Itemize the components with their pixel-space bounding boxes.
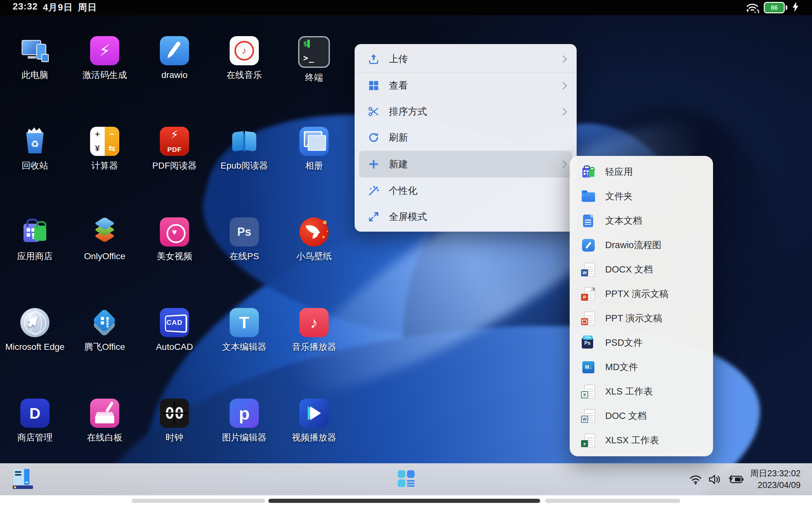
menu-item-label: 个性化 (389, 184, 417, 198)
online-ps-icon: Ps (230, 217, 259, 246)
whiteboard-icon (90, 399, 119, 428)
desktop-icon-label: 计算器 (91, 160, 118, 171)
status-time: 23:32 (13, 1, 38, 14)
desktop-icon-online-ps[interactable]: Ps在线PS (209, 210, 279, 301)
desktop-icon-edge[interactable]: Microsoft Edge (0, 301, 70, 392)
beauty-video-icon: ♥ (160, 217, 189, 246)
submenu-item-doc-file[interactable]: WDOC 文档 (570, 404, 713, 428)
page-indicator-segment-active[interactable] (268, 499, 540, 503)
submenu-item-xlsx-file[interactable]: xXLSX 工作表 (570, 428, 713, 452)
desktop-icon-photos[interactable]: 相册 (279, 120, 349, 210)
submenu-item-light-app[interactable]: 轻应用 (570, 160, 713, 184)
page-indicator-segment[interactable] (545, 499, 680, 503)
docx-file-icon: W (581, 262, 596, 277)
submenu-item-ppt-file[interactable]: PPT 演示文稿 (570, 306, 713, 331)
app-drawer-icon[interactable] (398, 470, 415, 488)
chevron-right-icon (559, 160, 567, 168)
clock-icon: 00 (160, 399, 189, 428)
submenu-item-label: 轻应用 (605, 166, 633, 178)
wifi-icon (745, 2, 759, 13)
folder-icon (581, 189, 596, 204)
text-doc-icon (581, 214, 596, 228)
recycle-bin-icon: ♻ (20, 127, 49, 156)
onlyoffice-icon (90, 217, 119, 246)
desktop-icon-text-editor[interactable]: T文本编辑器 (209, 301, 279, 392)
desktop-icon-label: 小鸟壁纸 (296, 250, 332, 262)
desktop-icon-beauty-video[interactable]: ♥美女视频 (140, 210, 209, 301)
pdf-reader-icon: ⚡PDF (160, 127, 189, 156)
submenu-item-label: DOC 文档 (605, 410, 647, 422)
desktop-icon-music-player[interactable]: ♪音乐播放器 (279, 301, 349, 392)
submenu-item-psd-file[interactable]: PSDPsPSD文件 (570, 331, 713, 355)
submenu-item-label: PPT 演示文稿 (605, 312, 662, 325)
sort-scissors-icon (367, 105, 380, 118)
bird-wallpaper-icon (299, 217, 328, 246)
page-indicator-segment[interactable] (132, 499, 265, 503)
calculator-icon: +−¥⇆ (90, 127, 119, 156)
desktop-icon-online-music[interactable]: ♪在线音乐 (209, 29, 279, 120)
desktop-icon-drawio[interactable]: drawio (140, 29, 209, 120)
desktop-icon-recycle-bin[interactable]: ♻回收站 (0, 120, 70, 210)
menu-item-sort-scissors[interactable]: 排序方式 (355, 99, 577, 124)
submenu-item-docx-file[interactable]: WDOCX 文档 (570, 257, 713, 282)
menu-item-upload[interactable]: 上传 (355, 46, 577, 72)
desktop-icon-onlyoffice[interactable]: OnlyOffice (70, 210, 140, 301)
volume-icon[interactable] (708, 474, 722, 485)
desktop-icon-this-pc[interactable]: 此电脑 (0, 29, 70, 120)
desktop-icon-tengfei-office[interactable]: 腾飞Office (70, 301, 140, 392)
refresh-icon (367, 131, 380, 144)
taskbar: 周日23:32:02 2023/04/09 (0, 463, 812, 495)
online-music-icon: ♪ (230, 36, 259, 65)
submenu-item-label: Drawio流程图 (605, 239, 661, 251)
photos-icon (299, 127, 328, 156)
desktop-icon-grid: 此电脑⚡激活码生成drawio♪在线音乐$▋>_终端♻回收站+−¥⇆计算器⚡PD… (0, 29, 349, 482)
xls-file-icon: X (581, 384, 596, 399)
desktop-icon-label: 应用商店 (17, 250, 53, 262)
desktop-icon-pdf-reader[interactable]: ⚡PDFPDF阅读器 (140, 120, 209, 210)
submenu-item-label: PSD文件 (605, 337, 643, 349)
desktop-icon-bird-wallpaper[interactable]: 小鸟壁纸 (279, 210, 349, 301)
drawio-file-icon (581, 238, 596, 252)
submenu-item-xls-file[interactable]: XXLS 工作表 (570, 379, 713, 404)
desktop-icon-terminal[interactable]: $▋>_终端 (279, 29, 349, 120)
menu-item-label: 新建 (389, 158, 408, 171)
app-store-icon (20, 217, 49, 246)
submenu-item-drawio-file[interactable]: Drawio流程图 (570, 233, 713, 257)
edge-icon (20, 308, 49, 337)
desktop-icon-autocad[interactable]: CADAutoCAD (140, 301, 209, 392)
desktop-icon-label: 美女视频 (157, 250, 192, 262)
menu-item-view-grid[interactable]: 查看 (355, 72, 577, 99)
submenu-item-label: PPTX 演示文稿 (605, 288, 669, 300)
doc-file-icon: W (581, 409, 596, 424)
pptx-file-icon: P (581, 287, 596, 301)
battery-charging-icon[interactable] (728, 474, 744, 485)
terminal-icon: $▋>_ (298, 36, 330, 68)
store-manage-icon: D (20, 399, 49, 428)
submenu-item-text-doc[interactable]: 文本文档 (570, 209, 713, 233)
desktop-icon-calculator[interactable]: +−¥⇆计算器 (70, 120, 140, 210)
desktop-icon-label: PDF阅读器 (152, 160, 197, 171)
drawio-icon (160, 36, 189, 65)
desktop-icon-activation-code[interactable]: ⚡激活码生成 (70, 29, 140, 120)
battery-percent: 86 (771, 4, 778, 11)
submenu-item-md-file[interactable]: M↓MD文件 (570, 355, 713, 379)
desktop-icon-label: drawio (161, 69, 188, 80)
menu-item-fullscreen[interactable]: 全屏模式 (355, 204, 577, 230)
personalize-wand-icon (367, 184, 380, 197)
desktop-icon-app-store[interactable]: 应用商店 (0, 210, 70, 301)
desktop-icon-epub-reader[interactable]: Epub阅读器 (209, 120, 279, 210)
epub-reader-icon (230, 127, 259, 156)
submenu-item-label: MD文件 (605, 361, 638, 374)
view-grid-icon (367, 79, 380, 92)
menu-item-personalize-wand[interactable]: 个性化 (355, 178, 577, 204)
menu-item-label: 排序方式 (389, 105, 427, 118)
submenu-item-folder[interactable]: 文件夹 (570, 184, 713, 209)
menu-item-refresh[interactable]: 刷新 (355, 124, 577, 151)
wifi-icon[interactable] (689, 474, 702, 485)
xlsx-file-icon: x (581, 433, 596, 448)
menu-item-new-plus[interactable]: 新建 (359, 151, 572, 177)
start-launcher-icon[interactable] (13, 469, 34, 489)
fullscreen-icon (367, 210, 380, 223)
submenu-item-pptx-file[interactable]: PPPTX 演示文稿 (570, 282, 713, 306)
charging-bolt-icon (792, 2, 799, 14)
